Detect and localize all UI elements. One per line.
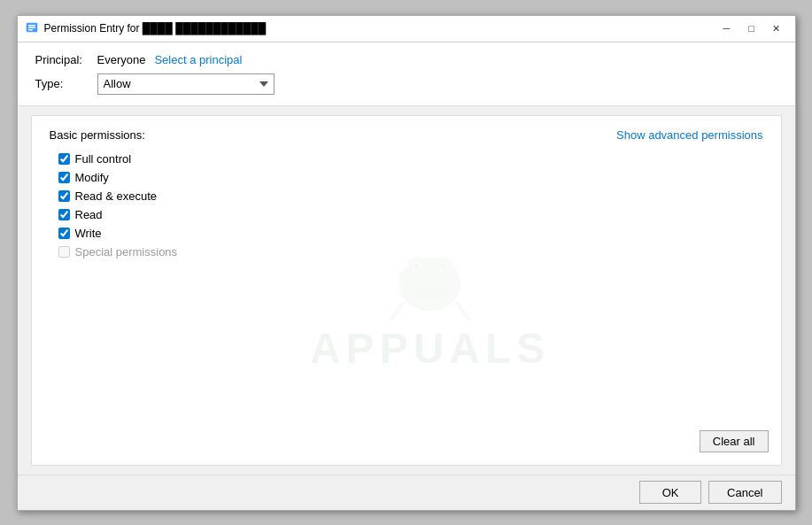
modify-checkbox[interactable] [58,172,70,183]
svg-point-11 [414,286,446,300]
permission-read: Read [58,208,763,221]
cancel-button[interactable]: Cancel [708,481,781,504]
permission-special: Special permissions [58,245,763,259]
full-control-label: Full control [75,152,132,166]
watermark-text: APPUALS [310,324,550,373]
svg-point-10 [441,264,446,269]
show-advanced-link[interactable]: Show advanced permissions [616,128,762,142]
svg-point-4 [399,258,461,311]
permission-entry-dialog: Permission Entry for ████ ████████████ ─… [17,15,796,511]
read-execute-checkbox[interactable] [58,190,70,202]
minimize-button[interactable]: ─ [715,19,739,37]
bottom-bar: OK Cancel [18,475,795,510]
principal-row: Principal: Everyone Select a principal [35,53,777,66]
svg-point-8 [438,261,449,272]
modify-label: Modify [75,171,109,184]
ok-button[interactable]: OK [639,481,701,504]
svg-rect-2 [28,27,35,29]
permissions-list: Full control Modify Read & execute Read … [50,152,763,259]
read-label: Read [75,208,103,221]
clear-all-button[interactable]: Clear all [700,430,769,452]
title-bar-text: Permission Entry for ████ ████████████ [44,22,715,35]
select-principal-link[interactable]: Select a principal [154,53,242,66]
svg-point-9 [414,264,420,269]
section-title: Basic permissions: [50,128,145,142]
permissions-section: Basic permissions: Show advanced permiss… [31,115,782,466]
type-select[interactable]: Allow Deny [97,73,275,95]
principal-label: Principal: [35,53,97,66]
write-label: Write [75,227,102,240]
title-bar-controls: ─ □ ✕ [715,19,788,37]
permission-read-execute: Read & execute [58,189,763,203]
svg-rect-3 [28,29,33,31]
close-button[interactable]: ✕ [765,19,788,37]
dialog-icon [25,21,39,35]
svg-point-5 [408,258,426,275]
type-label: Type: [35,77,97,90]
permission-full-control: Full control [58,152,763,166]
type-row: Type: Allow Deny [35,73,777,95]
principal-value: Everyone [97,53,146,66]
special-label: Special permissions [75,245,178,259]
special-checkbox[interactable] [58,246,70,258]
svg-point-6 [435,258,452,275]
title-bar: Permission Entry for ████ ████████████ ─… [18,16,795,42]
svg-point-7 [412,261,422,272]
read-execute-label: Read & execute [75,189,158,203]
permission-modify: Modify [58,171,763,184]
full-control-checkbox[interactable] [58,153,70,165]
write-checkbox[interactable] [58,228,70,239]
read-checkbox[interactable] [58,209,70,220]
maximize-button[interactable]: □ [740,19,763,37]
dialog-content: Principal: Everyone Select a principal T… [18,42,795,475]
permission-write: Write [58,227,763,240]
section-header: Basic permissions: Show advanced permiss… [50,128,763,142]
top-section: Principal: Everyone Select a principal T… [18,42,795,106]
svg-rect-1 [28,25,35,27]
